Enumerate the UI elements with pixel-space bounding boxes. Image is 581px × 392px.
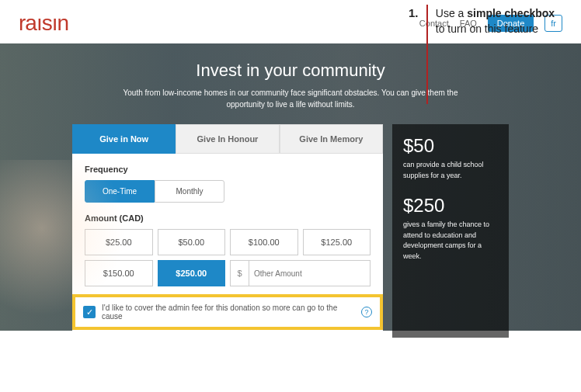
impact-amount-2: $250 <box>403 195 498 217</box>
donation-card: Give in Now Give In Honour Give In Memor… <box>72 124 383 338</box>
frequency-options: One-Time Monthly <box>85 180 371 203</box>
amount-label: Amount (CAD) <box>85 213 371 223</box>
logo: raısın <box>19 11 68 36</box>
annotation-bar <box>426 5 428 104</box>
amount-150[interactable]: $150.00 <box>85 260 153 286</box>
amount-50[interactable]: $50.00 <box>158 229 226 255</box>
impact-desc-1: can provide a child school supplies for … <box>403 160 498 181</box>
annotation-number: 1. <box>409 6 419 104</box>
amount-250[interactable]: $250.00 <box>158 260 226 286</box>
other-amount-input[interactable] <box>249 260 371 286</box>
admin-fee-label: I'd like to cover the admin fee for this… <box>102 304 355 321</box>
admin-fee-checkbox[interactable]: ✓ <box>83 306 96 318</box>
amount-100[interactable]: $100.00 <box>230 229 298 255</box>
tab-give-honour[interactable]: Give In Honour <box>176 124 279 154</box>
amount-grid: $25.00 $50.00 $100.00 $125.00 $150.00 $2… <box>85 229 371 286</box>
help-icon[interactable]: ? <box>361 307 372 317</box>
frequency-one-time[interactable]: One-Time <box>85 180 155 203</box>
currency-prefix: $ <box>230 260 249 286</box>
tab-give-now[interactable]: Give in Now <box>72 124 176 154</box>
impact-sidebar: $50 can provide a child school supplies … <box>392 124 509 338</box>
tab-give-memory[interactable]: Give In Memory <box>280 124 383 154</box>
admin-fee-row: ✓ I'd like to cover the admin fee for th… <box>72 294 383 330</box>
donation-tabs: Give in Now Give In Honour Give In Memor… <box>72 124 383 154</box>
frequency-label: Frequency <box>85 165 371 174</box>
impact-desc-2: gives a family the chance to attend to e… <box>403 220 498 262</box>
annotation-callout: 1. Use a simple checkbox to turn on this… <box>409 6 564 104</box>
amount-125[interactable]: $125.00 <box>303 229 371 255</box>
amount-25[interactable]: $25.00 <box>85 229 153 255</box>
impact-amount-1: $50 <box>403 135 498 157</box>
amount-other: $ <box>230 260 371 286</box>
annotation-text: Use a simple checkbox to turn on this fe… <box>436 6 564 104</box>
frequency-monthly[interactable]: Monthly <box>155 180 224 203</box>
